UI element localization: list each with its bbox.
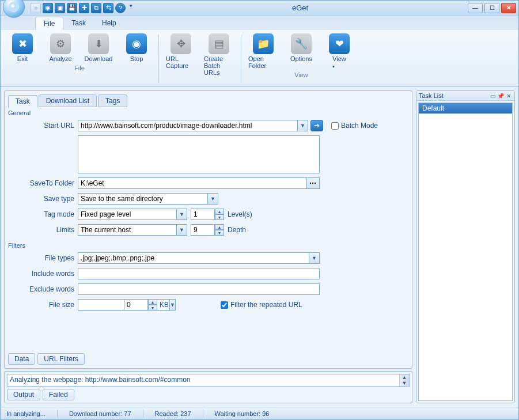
failed-tab-button[interactable]: Failed <box>43 389 74 400</box>
urls-textarea[interactable] <box>78 135 320 173</box>
exit-button[interactable]: ✖Exit <box>6 32 39 63</box>
stop-icon: ◉ <box>126 33 147 54</box>
depth-input[interactable] <box>191 224 215 236</box>
analyze-button[interactable]: ⚙Analyze <box>44 32 77 63</box>
status-waiting: Waiting number: 96 <box>215 410 270 417</box>
limits-select[interactable] <box>78 224 177 236</box>
start-url-label: Start URL <box>12 122 78 130</box>
levels-spinner[interactable]: ▲▼ <box>191 209 224 220</box>
view-label: View▾ <box>332 55 346 69</box>
log-panel: Analyzing the webpage: http://www.bainso… <box>4 371 412 403</box>
ribbon-separator <box>158 35 159 83</box>
exit-label: Exit <box>17 55 28 62</box>
qat-saveall-icon[interactable]: ⧉ <box>91 3 101 13</box>
filter-repeated-label: Filter the repeated URL <box>230 301 302 309</box>
file-types-dropdown[interactable]: ▼ <box>309 252 320 264</box>
open-folder-button[interactable]: 📁Open Folder <box>247 32 279 70</box>
ribbon-group-tools-label <box>199 77 200 85</box>
exclude-words-input[interactable] <box>78 283 320 295</box>
batch-mode-label: Batch Mode <box>341 122 378 130</box>
limits-dropdown[interactable]: ▼ <box>177 224 187 236</box>
file-size-spinner[interactable]: ▲▼ <box>124 299 157 311</box>
section-general-label: General <box>8 109 408 116</box>
data-tab-button[interactable]: Data <box>8 353 35 365</box>
filter-repeated-input[interactable] <box>221 301 228 309</box>
download-button[interactable]: ⬇Download <box>82 32 115 63</box>
tag-mode-select[interactable] <box>78 209 177 220</box>
qat-save-icon[interactable]: 💾 <box>67 3 77 13</box>
qat-move-icon[interactable]: ⇆ <box>103 3 113 13</box>
file-size-label: File size <box>12 301 78 309</box>
bottom-tabs: Data URL Filters <box>8 353 408 365</box>
go-button[interactable]: ➔ <box>310 120 323 131</box>
view-icon: ❤ <box>329 33 350 54</box>
tab-tags[interactable]: Tags <box>98 94 127 107</box>
filter-repeated-checkbox[interactable]: Filter the repeated URL <box>221 301 302 309</box>
url-filters-tab-button[interactable]: URL Filters <box>37 353 85 365</box>
minimize-button[interactable]: — <box>468 3 483 13</box>
qat-plugin-icon[interactable]: ✚ <box>79 3 89 13</box>
stop-button[interactable]: ◉Stop <box>120 32 153 63</box>
content-tabs: Task Download List Tags <box>8 94 408 107</box>
batch-mode-input[interactable] <box>331 122 339 130</box>
include-words-input[interactable] <box>78 268 320 279</box>
scroll-up-icon[interactable]: ▲ <box>402 374 407 380</box>
create-batch-button[interactable]: ▤Create Batch URLs <box>203 32 235 77</box>
batch-mode-checkbox[interactable]: Batch Mode <box>331 122 378 130</box>
app-orb-button[interactable] <box>3 0 25 18</box>
depth-up[interactable]: ▲ <box>215 224 224 230</box>
include-words-label: Include words <box>12 270 78 278</box>
file-size-up[interactable]: ▲ <box>148 299 157 305</box>
panel-menu-icon[interactable]: ▭ <box>489 92 496 99</box>
tab-task[interactable]: Task <box>8 95 37 108</box>
depth-spinner[interactable]: ▲▼ <box>191 224 224 236</box>
ribbon-tab-file[interactable]: File <box>35 17 63 30</box>
file-types-label: File types <box>12 254 78 262</box>
ribbon-tab-task[interactable]: Task <box>63 17 94 30</box>
maximize-button[interactable]: ☐ <box>484 3 499 13</box>
panel-pin-icon[interactable]: 📌 <box>497 92 504 99</box>
log-scrollbar[interactable]: ▲▼ <box>399 374 409 386</box>
qat-open-icon[interactable]: ▣ <box>55 3 65 13</box>
qat-help-icon[interactable]: ? <box>115 3 126 13</box>
file-types-input[interactable] <box>78 252 309 264</box>
ribbon-tab-help[interactable]: Help <box>94 17 124 30</box>
quick-access-toolbar: ＋ ◉ ▣ 💾 ✚ ⧉ ⇆ ? ▾ <box>31 3 132 13</box>
qat-new-icon[interactable]: ＋ <box>31 3 41 13</box>
ribbon-group-tools: ✥URL Capture ▤Create Batch URLs <box>162 32 237 85</box>
tab-download-list[interactable]: Download List <box>39 94 97 107</box>
tag-mode-dropdown[interactable]: ▼ <box>177 209 187 220</box>
close-button[interactable]: ✕ <box>501 3 516 13</box>
svg-point-1 <box>11 4 14 7</box>
log-output: Analyzing the webpage: http://www.bainso… <box>7 374 410 387</box>
browse-folder-button[interactable]: ⋯ <box>307 177 320 189</box>
file-size-down[interactable]: ▼ <box>148 305 157 311</box>
analyze-label: Analyze <box>49 55 71 62</box>
levels-input[interactable] <box>191 209 215 220</box>
url-capture-icon: ✥ <box>171 33 191 54</box>
view-button[interactable]: ❤View▾ <box>323 32 355 70</box>
file-size-op-dropdown[interactable]: ▼ <box>170 299 176 311</box>
saveto-folder-input[interactable] <box>78 177 307 189</box>
task-list-body: Default <box>418 103 513 401</box>
task-list-item[interactable]: Default <box>419 103 512 113</box>
stop-label: Stop <box>130 55 143 62</box>
qat-run-icon[interactable]: ◉ <box>43 3 53 13</box>
log-line: Analyzing the webpage: http://www.bainso… <box>10 376 191 384</box>
options-button[interactable]: 🔧Options <box>285 32 317 70</box>
save-type-dropdown[interactable]: ▼ <box>208 193 218 205</box>
statusbar: In analyzing... Download number: 77 Read… <box>1 407 518 419</box>
start-url-dropdown[interactable]: ▼ <box>298 120 308 131</box>
batch-icon: ▤ <box>209 33 229 54</box>
panel-close-icon[interactable]: ✕ <box>505 92 512 99</box>
output-tab-button[interactable]: Output <box>7 389 40 400</box>
levels-up[interactable]: ▲ <box>215 209 224 214</box>
save-type-select[interactable] <box>78 193 208 205</box>
depth-down[interactable]: ▼ <box>215 230 224 236</box>
file-size-input[interactable] <box>124 299 148 311</box>
url-capture-button[interactable]: ✥URL Capture <box>165 32 197 77</box>
levels-down[interactable]: ▼ <box>215 214 224 220</box>
levels-label: Level(s) <box>228 210 252 218</box>
scroll-down-icon[interactable]: ▼ <box>402 380 407 386</box>
start-url-input[interactable] <box>78 120 298 131</box>
